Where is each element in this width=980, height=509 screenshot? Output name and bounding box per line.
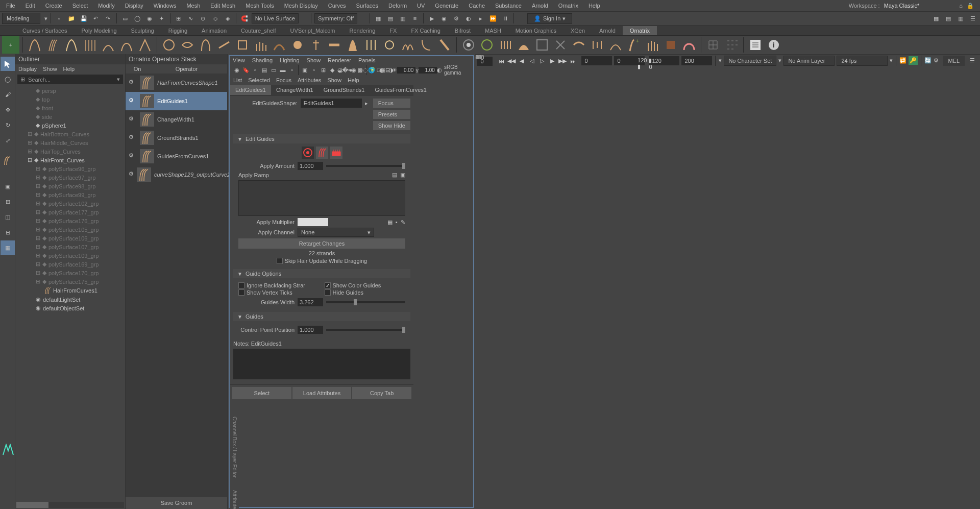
script-editor-icon[interactable]: ☰ (970, 57, 975, 64)
expand-icon[interactable]: ⊞ (36, 209, 40, 215)
outliner-item[interactable]: ◆ top (17, 95, 123, 104)
gear-icon[interactable]: ⚙ (129, 79, 137, 87)
play-back-icon[interactable]: ◁ (527, 57, 536, 66)
vp-color-mode[interactable]: sRGB gamma (442, 64, 463, 76)
ramp-circular-icon[interactable]: ▣ (400, 172, 405, 178)
shelf-hair-7-icon[interactable] (136, 36, 154, 54)
range-end-field[interactable]: 120 (649, 56, 679, 65)
menu-ornatrix[interactable]: Ornatrix (553, 1, 583, 11)
timeline[interactable]: 0510152025303540455055606570758085909510… (475, 54, 579, 67)
vp-exposure-value[interactable]: 0.00 (397, 67, 415, 74)
right-tab-channel[interactable]: Channel Box / Layer Editor (232, 411, 237, 483)
layout-3-icon[interactable]: ▥ (955, 13, 966, 23)
outliner-item[interactable]: ⊞ ◆ polySurface98_grp (17, 182, 123, 190)
shelf-hair-5-icon[interactable] (100, 36, 117, 54)
magnet-icon[interactable]: 🧲 (239, 13, 250, 23)
vp-camera-icon[interactable]: ◉ (233, 66, 241, 74)
render-settings-icon[interactable]: ⚙ (451, 13, 461, 23)
vp-xray-icon[interactable]: ◆ (328, 66, 336, 74)
outliner-item[interactable]: ⊞ ◆ polySurface97_grp (17, 173, 123, 182)
shelf-edit-5-icon[interactable] (234, 36, 251, 54)
menu-arnold[interactable]: Arnold (527, 1, 553, 11)
guides-width-slider[interactable] (326, 301, 405, 303)
shelf-tab-curves-surfaces[interactable]: Curves / Surfaces (15, 26, 74, 35)
expand-icon[interactable]: ⊞ (28, 139, 32, 146)
expand-icon[interactable]: ⊞ (36, 235, 40, 241)
undo-icon[interactable]: ↶ (91, 13, 101, 23)
brush-mode-1-icon[interactable] (302, 147, 314, 159)
snap-point-icon[interactable]: ⊙ (198, 13, 208, 23)
history-list-icon[interactable]: ≡ (410, 13, 420, 23)
expand-icon[interactable]: ⊞ (36, 217, 40, 224)
shelf-edit-12-icon[interactable] (362, 36, 380, 54)
outliner-item[interactable]: ⊞ ◆ polySurface102_grp (17, 199, 123, 208)
outliner-item[interactable]: ⊞ ◆ polySurface177_grp (17, 208, 123, 216)
attr-menu-help[interactable]: Help (348, 77, 359, 83)
output-icon[interactable]: ▥ (398, 13, 408, 23)
shelf-edit-2-icon[interactable] (179, 36, 196, 54)
shelf-tab-mash[interactable]: MASH (478, 26, 508, 35)
outliner-item[interactable]: ⊞ ◆ polySurface96_grp (17, 164, 123, 173)
brush-mode-2-icon[interactable] (316, 147, 328, 159)
outliner-item[interactable]: ⊞ ◆ HairTop_Curves (17, 147, 123, 156)
outliner-item[interactable]: ⊞ ◆ polySurface107_grp (17, 243, 123, 251)
expand-icon[interactable]: ⊞ (28, 148, 32, 155)
vp-isolate-icon[interactable]: ⊙ (358, 66, 363, 74)
shelf-tab-fx[interactable]: FX (382, 26, 404, 35)
outliner-item[interactable]: ⊞ ◆ HairBottom_Curves (17, 130, 123, 138)
viewport-menu-lighting[interactable]: Lighting (280, 57, 300, 63)
menu-modify[interactable]: Modify (93, 1, 119, 11)
vp-override-icon[interactable]: ◌ (363, 66, 368, 74)
vp-safe-icon[interactable]: ▫ (288, 66, 296, 74)
expand-icon[interactable]: ⊞ (36, 191, 40, 198)
outliner-item[interactable]: ⊞ ◆ polySurface176_grp (17, 216, 123, 225)
sync-icon[interactable]: 🔄 (924, 57, 932, 64)
vp-panzoom-icon[interactable]: ▦ (380, 66, 385, 74)
mode-dropdown[interactable]: Modeling (2, 13, 40, 24)
chevron-down-icon[interactable]: ▾ (44, 15, 47, 22)
vp-bookmarks-icon[interactable]: 🔖 (242, 66, 250, 74)
show-vertex-ticks-checkbox[interactable] (238, 289, 244, 296)
shelf-tab-fx-caching[interactable]: FX Caching (404, 26, 447, 35)
skip-hair-checkbox[interactable] (277, 258, 283, 264)
lock-icon[interactable]: 🔒 (967, 3, 974, 9)
outliner-item[interactable]: ⊞ ◆ polySurface109_grp (17, 251, 123, 260)
edit-icon[interactable]: ✎ (401, 219, 405, 226)
vp-film-icon[interactable]: ▬ (279, 66, 287, 74)
open-file-icon[interactable]: 📁 (66, 13, 77, 23)
shelf-hair-3-icon[interactable] (63, 36, 80, 54)
viewport-menu-panels[interactable]: Panels (358, 57, 376, 63)
apply-multiplier-swatch[interactable] (298, 218, 328, 226)
search-input[interactable]: ⊞ Search... ▾ (17, 75, 123, 84)
outliner-item[interactable]: ◆ front (17, 104, 123, 112)
shelf-render-2-icon[interactable] (478, 36, 496, 54)
layout-4-icon[interactable]: ☰ (968, 13, 978, 23)
viewport-menu-view[interactable]: View (233, 57, 245, 63)
paint-select-icon[interactable]: ◉ (144, 13, 155, 23)
shelf-tab-animation[interactable]: Animation (194, 26, 234, 35)
go-end-icon[interactable]: ⏭ (568, 57, 577, 66)
control-point-field[interactable]: 1.000 (298, 326, 323, 334)
layout-custom-icon[interactable]: ▦ (1, 240, 15, 255)
vp-color-mgmt-icon[interactable]: ◐ (437, 66, 442, 74)
menu-help[interactable]: Help (583, 1, 605, 11)
lasso-icon[interactable]: ◯ (132, 13, 142, 23)
shelf-render-3-icon[interactable] (497, 36, 514, 54)
presets-button[interactable]: Presets (373, 110, 410, 119)
show-color-guides-checkbox[interactable] (325, 282, 331, 288)
lasso-tool[interactable]: ◯ (1, 72, 15, 86)
shelf-info-icon[interactable]: i (765, 36, 782, 54)
expand-icon[interactable]: ⊞ (36, 200, 40, 207)
outliner-item[interactable]: ⊞ ◆ polySurface105_grp (17, 225, 123, 234)
gear-icon[interactable]: ⚙ (129, 97, 137, 105)
ramp-linear-icon[interactable]: ▤ (392, 172, 397, 178)
expand-icon[interactable]: ⊞ (36, 270, 40, 276)
apply-channel-dropdown[interactable]: None▾ (298, 228, 374, 237)
vp-globe-icon[interactable]: 🌐 (368, 66, 375, 74)
expand-icon[interactable]: ⊟ (28, 157, 32, 163)
guide-options-section[interactable]: ▼ Guide Options (233, 269, 410, 278)
cmd-language-dropdown[interactable]: MEL (943, 56, 965, 66)
scale-tool[interactable]: ⤢ (1, 133, 15, 148)
snap-curve-icon[interactable]: ∿ (186, 13, 196, 23)
shelf-edit-14-icon[interactable] (399, 36, 416, 54)
